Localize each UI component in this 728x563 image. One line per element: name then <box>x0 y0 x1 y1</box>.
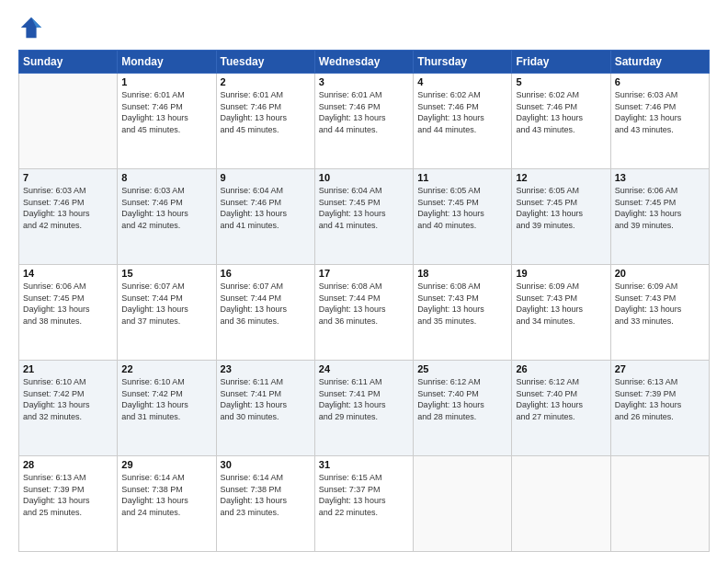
calendar-table: SundayMondayTuesdayWednesdayThursdayFrid… <box>18 50 710 552</box>
header <box>18 15 710 40</box>
day-number: 3 <box>319 76 409 87</box>
cell-info: Sunrise: 6:02 AM Sunset: 7:46 PM Dayligh… <box>417 89 507 135</box>
cell-info: Sunrise: 6:13 AM Sunset: 7:39 PM Dayligh… <box>23 472 113 518</box>
column-header-tuesday: Tuesday <box>216 51 314 74</box>
cell-info: Sunrise: 6:14 AM Sunset: 7:38 PM Dayligh… <box>121 472 211 518</box>
calendar-cell: 29Sunrise: 6:14 AM Sunset: 7:38 PM Dayli… <box>118 456 216 552</box>
calendar-cell: 22Sunrise: 6:10 AM Sunset: 7:42 PM Dayli… <box>118 361 216 456</box>
calendar-cell: 9Sunrise: 6:04 AM Sunset: 7:46 PM Daylig… <box>216 169 314 265</box>
day-number: 31 <box>319 459 409 470</box>
cell-info: Sunrise: 6:12 AM Sunset: 7:40 PM Dayligh… <box>516 376 606 422</box>
calendar-cell: 28Sunrise: 6:13 AM Sunset: 7:39 PM Dayli… <box>19 456 118 552</box>
day-number: 1 <box>121 76 211 87</box>
day-number: 21 <box>23 363 113 374</box>
column-header-monday: Monday <box>118 51 216 74</box>
cell-info: Sunrise: 6:11 AM Sunset: 7:41 PM Dayligh… <box>221 376 311 422</box>
logo <box>18 15 48 40</box>
calendar-cell: 3Sunrise: 6:01 AM Sunset: 7:46 PM Daylig… <box>314 74 413 169</box>
cell-info: Sunrise: 6:08 AM Sunset: 7:43 PM Dayligh… <box>417 281 507 327</box>
cell-info: Sunrise: 6:01 AM Sunset: 7:46 PM Dayligh… <box>121 89 211 135</box>
calendar-cell: 23Sunrise: 6:11 AM Sunset: 7:41 PM Dayli… <box>216 361 314 456</box>
cell-info: Sunrise: 6:01 AM Sunset: 7:46 PM Dayligh… <box>221 89 311 135</box>
day-number: 14 <box>23 268 113 279</box>
calendar-cell: 20Sunrise: 6:09 AM Sunset: 7:43 PM Dayli… <box>610 265 709 361</box>
day-number: 20 <box>615 268 705 279</box>
day-number: 19 <box>516 268 606 279</box>
cell-info: Sunrise: 6:01 AM Sunset: 7:46 PM Dayligh… <box>319 89 409 135</box>
week-row-3: 14Sunrise: 6:06 AM Sunset: 7:45 PM Dayli… <box>19 265 710 361</box>
calendar-cell <box>19 74 118 169</box>
cell-info: Sunrise: 6:11 AM Sunset: 7:41 PM Dayligh… <box>319 376 409 422</box>
calendar-cell: 8Sunrise: 6:03 AM Sunset: 7:46 PM Daylig… <box>118 169 216 265</box>
calendar-cell: 27Sunrise: 6:13 AM Sunset: 7:39 PM Dayli… <box>610 361 709 456</box>
cell-info: Sunrise: 6:05 AM Sunset: 7:45 PM Dayligh… <box>417 185 507 231</box>
cell-info: Sunrise: 6:12 AM Sunset: 7:40 PM Dayligh… <box>417 376 507 422</box>
week-row-1: 1Sunrise: 6:01 AM Sunset: 7:46 PM Daylig… <box>19 74 710 169</box>
calendar-cell <box>414 456 512 552</box>
calendar-cell: 30Sunrise: 6:14 AM Sunset: 7:38 PM Dayli… <box>216 456 314 552</box>
column-header-wednesday: Wednesday <box>314 51 413 74</box>
cell-info: Sunrise: 6:10 AM Sunset: 7:42 PM Dayligh… <box>121 376 211 422</box>
day-number: 18 <box>417 268 507 279</box>
day-number: 5 <box>516 76 606 87</box>
calendar-cell: 24Sunrise: 6:11 AM Sunset: 7:41 PM Dayli… <box>314 361 413 456</box>
calendar-cell: 15Sunrise: 6:07 AM Sunset: 7:44 PM Dayli… <box>118 265 216 361</box>
calendar-cell: 17Sunrise: 6:08 AM Sunset: 7:44 PM Dayli… <box>314 265 413 361</box>
day-number: 28 <box>23 459 113 470</box>
cell-info: Sunrise: 6:13 AM Sunset: 7:39 PM Dayligh… <box>615 376 705 422</box>
calendar-header-row: SundayMondayTuesdayWednesdayThursdayFrid… <box>19 51 710 74</box>
day-number: 27 <box>615 363 705 374</box>
cell-info: Sunrise: 6:03 AM Sunset: 7:46 PM Dayligh… <box>615 89 705 135</box>
day-number: 16 <box>221 268 311 279</box>
cell-info: Sunrise: 6:10 AM Sunset: 7:42 PM Dayligh… <box>23 376 113 422</box>
calendar-cell: 31Sunrise: 6:15 AM Sunset: 7:37 PM Dayli… <box>314 456 413 552</box>
calendar-cell: 2Sunrise: 6:01 AM Sunset: 7:46 PM Daylig… <box>216 74 314 169</box>
day-number: 25 <box>417 363 507 374</box>
calendar-cell: 6Sunrise: 6:03 AM Sunset: 7:46 PM Daylig… <box>610 74 709 169</box>
week-row-5: 28Sunrise: 6:13 AM Sunset: 7:39 PM Dayli… <box>19 456 710 552</box>
week-row-4: 21Sunrise: 6:10 AM Sunset: 7:42 PM Dayli… <box>19 361 710 456</box>
day-number: 24 <box>319 363 409 374</box>
day-number: 4 <box>417 76 507 87</box>
calendar-cell: 12Sunrise: 6:05 AM Sunset: 7:45 PM Dayli… <box>512 169 610 265</box>
calendar-cell: 25Sunrise: 6:12 AM Sunset: 7:40 PM Dayli… <box>414 361 512 456</box>
cell-info: Sunrise: 6:09 AM Sunset: 7:43 PM Dayligh… <box>615 281 705 327</box>
calendar-cell <box>610 456 709 552</box>
column-header-sunday: Sunday <box>19 51 118 74</box>
day-number: 26 <box>516 363 606 374</box>
day-number: 6 <box>615 76 705 87</box>
calendar-cell <box>512 456 610 552</box>
cell-info: Sunrise: 6:06 AM Sunset: 7:45 PM Dayligh… <box>23 281 113 327</box>
cell-info: Sunrise: 6:07 AM Sunset: 7:44 PM Dayligh… <box>221 281 311 327</box>
logo-icon <box>18 15 44 40</box>
calendar-cell: 10Sunrise: 6:04 AM Sunset: 7:45 PM Dayli… <box>314 169 413 265</box>
cell-info: Sunrise: 6:02 AM Sunset: 7:46 PM Dayligh… <box>516 89 606 135</box>
day-number: 11 <box>417 172 507 183</box>
calendar-cell: 19Sunrise: 6:09 AM Sunset: 7:43 PM Dayli… <box>512 265 610 361</box>
calendar-cell: 14Sunrise: 6:06 AM Sunset: 7:45 PM Dayli… <box>19 265 118 361</box>
cell-info: Sunrise: 6:04 AM Sunset: 7:46 PM Dayligh… <box>221 185 311 231</box>
cell-info: Sunrise: 6:03 AM Sunset: 7:46 PM Dayligh… <box>121 185 211 231</box>
day-number: 23 <box>221 363 311 374</box>
calendar-cell: 5Sunrise: 6:02 AM Sunset: 7:46 PM Daylig… <box>512 74 610 169</box>
calendar-cell: 26Sunrise: 6:12 AM Sunset: 7:40 PM Dayli… <box>512 361 610 456</box>
day-number: 15 <box>121 268 211 279</box>
day-number: 7 <box>23 172 113 183</box>
cell-info: Sunrise: 6:06 AM Sunset: 7:45 PM Dayligh… <box>615 185 705 231</box>
cell-info: Sunrise: 6:05 AM Sunset: 7:45 PM Dayligh… <box>516 185 606 231</box>
calendar-cell: 7Sunrise: 6:03 AM Sunset: 7:46 PM Daylig… <box>19 169 118 265</box>
calendar-cell: 1Sunrise: 6:01 AM Sunset: 7:46 PM Daylig… <box>118 74 216 169</box>
day-number: 12 <box>516 172 606 183</box>
cell-info: Sunrise: 6:07 AM Sunset: 7:44 PM Dayligh… <box>121 281 211 327</box>
week-row-2: 7Sunrise: 6:03 AM Sunset: 7:46 PM Daylig… <box>19 169 710 265</box>
cell-info: Sunrise: 6:14 AM Sunset: 7:38 PM Dayligh… <box>221 472 311 518</box>
day-number: 2 <box>221 76 311 87</box>
day-number: 13 <box>615 172 705 183</box>
column-header-saturday: Saturday <box>610 51 709 74</box>
calendar-cell: 21Sunrise: 6:10 AM Sunset: 7:42 PM Dayli… <box>19 361 118 456</box>
calendar-body: 1Sunrise: 6:01 AM Sunset: 7:46 PM Daylig… <box>19 74 710 552</box>
page: SundayMondayTuesdayWednesdayThursdayFrid… <box>0 0 728 563</box>
day-number: 9 <box>221 172 311 183</box>
cell-info: Sunrise: 6:03 AM Sunset: 7:46 PM Dayligh… <box>23 185 113 231</box>
calendar-cell: 13Sunrise: 6:06 AM Sunset: 7:45 PM Dayli… <box>610 169 709 265</box>
